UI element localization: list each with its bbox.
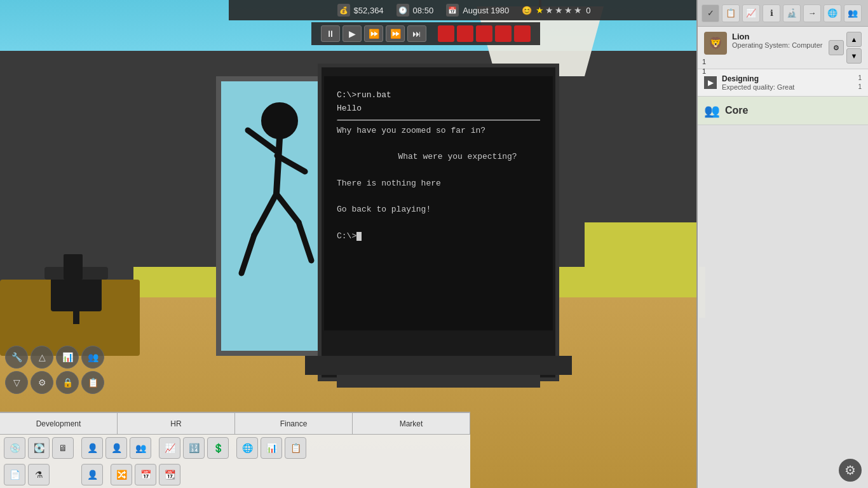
svg-rect-2 bbox=[73, 311, 79, 324]
svg-line-8 bbox=[254, 194, 276, 235]
market-icon-globe[interactable]: 🌐 bbox=[236, 437, 258, 459]
top-bar: 💰 $52,364 🕐 08:50 📅 August 1980 😊 ★ ★ ★ … bbox=[229, 0, 699, 20]
calendar-icon: 📅 bbox=[446, 4, 459, 17]
mini-icon-gear[interactable]: ⚙ bbox=[31, 371, 53, 394]
money-icon: 💰 bbox=[337, 4, 350, 17]
terminal-line4: What were you expecting? bbox=[337, 151, 540, 164]
mini-icon-lock[interactable]: 🔒 bbox=[56, 371, 79, 394]
finance-icon-arrow[interactable]: 🔀 bbox=[111, 464, 132, 485]
product-card: 🦁 Lion Operating System: Computer ⚙ ▲ ▼ bbox=[698, 27, 868, 69]
hr-icon-people[interactable]: 👥 bbox=[130, 437, 151, 459]
terminal-prompt: C:\> bbox=[337, 230, 540, 243]
rp-icon-list[interactable]: 📋 bbox=[722, 4, 740, 22]
panel-num-1: 1 bbox=[702, 57, 706, 67]
right-panel-toolbar: ✓ 📋 📈 ℹ 🔬 → 🌐 👥 bbox=[698, 0, 868, 27]
rp-icon-check[interactable]: ✓ bbox=[702, 4, 719, 22]
rp-icon-arrow[interactable]: → bbox=[803, 4, 821, 22]
speed-indicator-1 bbox=[438, 25, 454, 42]
product-icon: 🦁 bbox=[704, 32, 727, 55]
star-rating: ★ ★ ★ ★ ★ bbox=[536, 5, 582, 15]
monitor-base bbox=[305, 356, 572, 375]
rp-icon-chart[interactable]: 📈 bbox=[742, 4, 760, 22]
speed-indicator-4 bbox=[495, 25, 512, 42]
terminal-line5: There is nothing here bbox=[337, 177, 540, 191]
finance-icon-calc[interactable]: 🔢 bbox=[183, 437, 205, 459]
star-empty-4: ★ bbox=[574, 5, 582, 15]
hr-icon-person[interactable]: 👤 bbox=[81, 437, 103, 459]
face-icon: 😊 bbox=[522, 6, 532, 15]
clock-icon: 🕐 bbox=[397, 4, 409, 17]
finance-icon-dollar[interactable]: 💲 bbox=[207, 437, 229, 459]
score-value: 0 bbox=[586, 6, 590, 15]
product-settings: ⚙ ▲ ▼ bbox=[829, 32, 862, 64]
dev-icon-disc[interactable]: 💿 bbox=[4, 437, 25, 459]
terminal-line6: Go back to playing! bbox=[337, 203, 540, 217]
speed-indicator-2 bbox=[457, 25, 473, 42]
star-filled: ★ bbox=[536, 5, 544, 15]
terminal-divider bbox=[337, 119, 540, 121]
terminal-line3: Why have you zoomed so far in? bbox=[337, 125, 540, 138]
clock-display: 🕐 08:50 bbox=[397, 4, 434, 17]
product-settings-gear[interactable]: ⚙ bbox=[829, 40, 844, 55]
stage-name: Designing bbox=[722, 74, 853, 83]
fast-button[interactable]: ⏩ bbox=[364, 25, 383, 42]
play-button[interactable]: ▶ bbox=[342, 25, 362, 42]
time-value: 08:50 bbox=[413, 6, 434, 15]
pause-button[interactable]: ⏸ bbox=[321, 25, 340, 42]
mini-icon-clip[interactable]: 📋 bbox=[81, 371, 104, 394]
stage-info: Designing Expected quality: Great bbox=[722, 74, 853, 91]
left-mini-icons: 🔧 △ 📊 👥 ▽ ⚙ 🔒 📋 bbox=[0, 341, 127, 399]
star-empty-3: ★ bbox=[564, 5, 573, 15]
stage-counter-top: 1 bbox=[858, 74, 862, 82]
core-label: Core bbox=[725, 105, 748, 116]
hr-icon-person2[interactable]: 👤 bbox=[81, 464, 103, 485]
rp-icon-info[interactable]: ℹ bbox=[763, 4, 780, 22]
speed-indicator-5 bbox=[514, 25, 531, 42]
terminal-screen: C:\>run.bat Hello Why have you zoomed so… bbox=[324, 76, 553, 330]
product-type: Operating System: Computer bbox=[732, 41, 824, 49]
monitor-stand bbox=[337, 375, 540, 388]
stage-quality: Expected quality: Great bbox=[722, 83, 853, 91]
svg-rect-3 bbox=[64, 254, 83, 280]
dev-icon-doc[interactable]: 📄 bbox=[4, 464, 25, 485]
rp-icon-globe[interactable]: 🌐 bbox=[824, 4, 841, 22]
panel-side-numbers: 1 1 bbox=[702, 57, 706, 77]
finance-icon-cal[interactable]: 📅 bbox=[135, 464, 156, 485]
mini-icon-wrench[interactable]: 🔧 bbox=[5, 346, 28, 369]
dev-icon-disc2[interactable]: 💽 bbox=[28, 437, 50, 459]
terminal-line2: Hello bbox=[337, 102, 540, 116]
stickman-figure bbox=[229, 95, 324, 286]
hr-icon-person-add[interactable]: 👤 bbox=[105, 437, 127, 459]
money-value: $52,364 bbox=[354, 6, 384, 15]
mini-icon-down[interactable]: ▽ bbox=[5, 371, 28, 394]
skip-button[interactable]: ⏭ bbox=[407, 25, 426, 42]
stage-play-button[interactable]: ▶ bbox=[704, 76, 717, 89]
speed-controls: ⏸ ▶ ⏩ ⏩ ⏭ bbox=[311, 22, 540, 45]
market-icon-chart[interactable]: 📊 bbox=[261, 437, 282, 459]
speed-indicator-3 bbox=[476, 25, 492, 42]
core-icon: 👥 bbox=[704, 103, 720, 118]
rp-icon-flask[interactable]: 🔬 bbox=[783, 4, 801, 22]
tab-market[interactable]: Market bbox=[353, 413, 470, 434]
toolbar-tabs: Development HR Finance Market bbox=[0, 413, 470, 435]
svg-line-10 bbox=[276, 194, 299, 222]
dev-icon-flask[interactable]: ⚗ bbox=[28, 464, 50, 485]
product-nav-down[interactable]: ▼ bbox=[846, 48, 862, 64]
right-panel: ✓ 📋 📈 ℹ 🔬 → 🌐 👥 🦁 Lion Operating System:… bbox=[696, 0, 868, 488]
tab-hr[interactable]: HR bbox=[118, 413, 235, 434]
mini-icon-people[interactable]: 👥 bbox=[81, 346, 104, 369]
rp-icon-people[interactable]: 👥 bbox=[844, 4, 862, 22]
market-icon-doc[interactable]: 📋 bbox=[285, 437, 306, 459]
mini-icon-up[interactable]: △ bbox=[31, 346, 53, 369]
finance-icon-chart-up[interactable]: 📈 bbox=[159, 437, 180, 459]
product-nav-up[interactable]: ▲ bbox=[846, 32, 862, 47]
finance-icon-cal2[interactable]: 📆 bbox=[159, 464, 180, 485]
settings-gear-button[interactable]: ⚙ bbox=[839, 459, 862, 482]
mini-icon-chart[interactable]: 📊 bbox=[56, 346, 79, 369]
product-name: Lion bbox=[732, 32, 824, 41]
tab-development[interactable]: Development bbox=[0, 413, 118, 434]
dev-icon-monitor[interactable]: 🖥 bbox=[52, 437, 74, 459]
tab-finance[interactable]: Finance bbox=[235, 413, 353, 434]
faster-button[interactable]: ⏩ bbox=[386, 25, 405, 42]
core-section[interactable]: 👥 Core bbox=[698, 97, 868, 125]
